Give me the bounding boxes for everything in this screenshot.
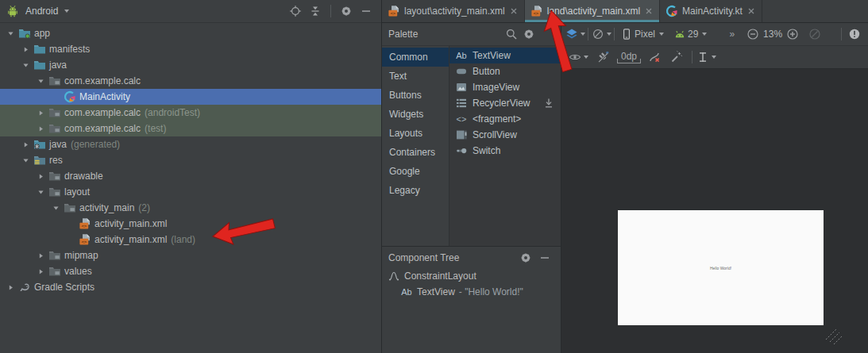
palette-category-text[interactable]: Text: [382, 67, 449, 86]
palette-component-textview[interactable]: AbTextView: [449, 48, 561, 63]
tree-item-values[interactable]: values: [0, 263, 381, 279]
collapse-arrow-icon[interactable]: [6, 27, 15, 40]
zoom-to-fit-button[interactable]: [806, 25, 824, 43]
collapse-arrow-icon[interactable]: [52, 201, 60, 214]
expand-arrow-icon[interactable]: [37, 106, 45, 119]
tree-item-java-generated[interactable]: java(generated): [0, 136, 381, 152]
expand-arrow-icon[interactable]: [37, 122, 45, 135]
category-label: Buttons: [389, 90, 422, 101]
close-icon[interactable]: [509, 6, 519, 16]
canvas-resize-handle[interactable]: [825, 328, 843, 345]
divider: [841, 28, 842, 40]
expand-arrow-icon[interactable]: [37, 265, 45, 278]
editor-tab-bar: <>layout\activity_main.xml<>land\activit…: [382, 0, 868, 23]
project-view-selector[interactable]: Android: [25, 6, 58, 17]
tree-indent: [52, 90, 60, 103]
gear-icon[interactable]: [523, 28, 535, 40]
palette-component-recyclerview[interactable]: RecyclerView: [449, 95, 561, 111]
locate-file-button[interactable]: [287, 2, 304, 20]
minimize-icon[interactable]: [538, 251, 551, 264]
category-label: Widgets: [389, 109, 423, 120]
tree-item-gradle-scripts[interactable]: Gradle Scripts: [0, 279, 381, 295]
gear-icon[interactable]: [519, 251, 532, 264]
tree-item-app[interactable]: app: [0, 25, 381, 41]
issues-button[interactable]: [846, 25, 863, 43]
tab-land-activity-main-xml[interactable]: <>land\activity_main.xml: [525, 0, 660, 22]
hide-panel-button[interactable]: [357, 2, 375, 20]
collapse-arrow-icon[interactable]: [37, 186, 45, 198]
collapse-all-button[interactable]: [307, 2, 324, 20]
view-options-button[interactable]: [569, 48, 588, 66]
clear-constraints-button[interactable]: [646, 48, 663, 66]
chevron-down-icon[interactable]: [64, 10, 69, 13]
palette-category-legacy[interactable]: Legacy: [382, 181, 449, 200]
expand-arrow-icon[interactable]: [21, 43, 30, 56]
tree-item-com-example-calc-androidtest[interactable]: com.example.calc(androidTest): [0, 105, 381, 121]
tree-item-res[interactable]: res: [0, 152, 381, 168]
divider: [330, 5, 331, 17]
palette-category-containers[interactable]: Containers: [382, 143, 449, 162]
tree-item-mainactivity[interactable]: MainActivity: [0, 89, 381, 105]
component-tree-item-label: ConstraintLayout: [404, 271, 476, 282]
panel-settings-button[interactable]: [338, 2, 355, 20]
palette-category-common[interactable]: Common: [382, 48, 449, 67]
tree-item-com-example-calc-test[interactable]: com.example.calc(test): [0, 121, 381, 136]
collapse-arrow-icon[interactable]: [21, 59, 30, 71]
palette-category-widgets[interactable]: Widgets: [382, 105, 449, 124]
tree-item-manifests[interactable]: manifests: [0, 41, 381, 57]
tree-item-java[interactable]: java: [0, 57, 381, 73]
palette-category-google[interactable]: Google: [382, 162, 449, 181]
palette-component-imageview[interactable]: ImageView: [449, 79, 561, 95]
component-tree-header: Component Tree: [382, 247, 561, 268]
tree-item-label: Gradle Scripts: [34, 282, 95, 293]
close-icon[interactable]: [746, 6, 756, 16]
category-label: Containers: [389, 147, 435, 158]
tree-item-com-example-calc[interactable]: com.example.calc: [0, 73, 381, 89]
scrollview-icon: [455, 129, 468, 141]
tree-item-activity-main-2[interactable]: activity_main(2): [0, 200, 381, 216]
palette-component-switch[interactable]: Switch: [449, 143, 561, 159]
autoconnect-button[interactable]: [595, 48, 612, 66]
tab-layout-activity-main-xml[interactable]: <>layout\activity_main.xml: [382, 0, 525, 22]
svg-text:<>: <>: [81, 223, 87, 228]
download-icon[interactable]: [542, 97, 555, 109]
tree-item-activity-main-xml[interactable]: <>activity_main.xml: [0, 216, 381, 232]
toolbar-overflow-button[interactable]: »: [729, 29, 735, 40]
component-tree-item-textview[interactable]: AbTextView- "Hello World!": [382, 284, 561, 300]
divider: [614, 28, 615, 40]
collapse-arrow-icon[interactable]: [21, 154, 30, 167]
tab-mainactivity-kt[interactable]: MainActivity.kt: [660, 0, 762, 22]
infer-constraints-button[interactable]: [668, 48, 685, 66]
collapse-arrow-icon[interactable]: [37, 75, 45, 87]
expand-arrow-icon[interactable]: [37, 170, 45, 182]
zoom-out-button[interactable]: [744, 25, 762, 43]
palette-component-fragment[interactable]: <><fragment>: [449, 111, 561, 127]
tree-item-layout[interactable]: layout: [0, 184, 381, 200]
design-canvas-surface[interactable]: Hello World!: [561, 69, 868, 353]
palette-category-layouts[interactable]: Layouts: [382, 124, 449, 143]
palette-category-buttons[interactable]: Buttons: [382, 86, 449, 105]
magic-wand-icon: [670, 51, 683, 63]
tree-item-drawable[interactable]: drawable: [0, 168, 381, 184]
api-level-selector[interactable]: 29: [672, 25, 708, 43]
svg-text:<>: <>: [81, 239, 87, 244]
expand-arrow-icon[interactable]: [6, 281, 15, 294]
close-icon[interactable]: [644, 6, 654, 16]
zoom-in-button[interactable]: [784, 25, 801, 43]
search-icon[interactable]: [505, 28, 518, 40]
expand-arrow-icon[interactable]: [21, 138, 30, 151]
eye-icon: [569, 51, 581, 63]
device-selector[interactable]: Pixel: [619, 25, 665, 43]
palette-component-scrollview[interactable]: ScrollView: [449, 127, 561, 143]
orientation-button[interactable]: [592, 25, 610, 43]
palette-component-button[interactable]: Button: [449, 63, 561, 79]
expand-arrow-icon[interactable]: [37, 249, 45, 262]
device-preview-canvas[interactable]: Hello World!: [618, 210, 824, 325]
tree-item-activity-main-xml-land[interactable]: <>activity_main.xml(land): [0, 232, 381, 247]
default-margins-button[interactable]: 0dp: [617, 51, 641, 63]
folder-package-icon: [48, 75, 61, 87]
tree-item-mipmap[interactable]: mipmap: [0, 247, 381, 263]
design-mode-button[interactable]: [566, 25, 584, 43]
pack-align-button[interactable]: [696, 48, 716, 66]
component-tree-item-constraintlayout[interactable]: ConstraintLayout: [382, 268, 561, 284]
